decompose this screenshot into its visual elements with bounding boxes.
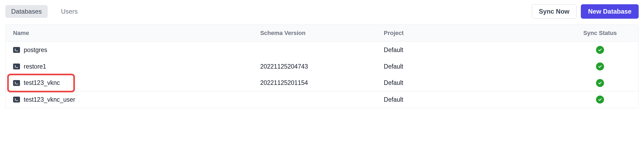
- cell-name: restore1: [13, 63, 260, 70]
- cell-schema: 20221125204743: [260, 63, 384, 70]
- cell-project: Default: [384, 46, 569, 54]
- check-icon: [596, 46, 604, 54]
- terminal-icon: [13, 97, 20, 102]
- cell-project: Default: [384, 79, 569, 86]
- cell-project: Default: [384, 63, 569, 70]
- sync-now-button[interactable]: Sync Now: [532, 4, 577, 19]
- cell-sync: [569, 79, 631, 87]
- table-body: postgresDefaultrestore120221125204743Def…: [6, 42, 638, 108]
- tab-users[interactable]: Users: [55, 5, 84, 18]
- table-row[interactable]: test123_vknc20221125201154Default: [6, 75, 638, 91]
- cell-name: postgres: [13, 46, 260, 54]
- col-sync: Sync Status: [569, 30, 631, 37]
- cell-sync: [569, 96, 631, 104]
- terminal-icon: [13, 80, 20, 86]
- database-name: postgres: [24, 46, 47, 54]
- check-icon: [596, 79, 604, 87]
- check-icon: [596, 96, 604, 104]
- cell-name: test123_vknc: [13, 79, 260, 86]
- terminal-icon: [13, 47, 20, 53]
- new-database-button[interactable]: New Database: [581, 4, 639, 19]
- cell-project: Default: [384, 96, 569, 103]
- table-row[interactable]: test123_vknc_userDefault: [6, 91, 638, 108]
- top-actions: Sync Now New Database: [532, 4, 639, 19]
- databases-table: Name Schema Version Project Sync Status …: [5, 25, 639, 108]
- col-name: Name: [13, 30, 260, 37]
- check-icon: [596, 62, 604, 70]
- cell-schema: 20221125201154: [260, 79, 384, 86]
- cell-sync: [569, 62, 631, 70]
- table-row[interactable]: restore120221125204743Default: [6, 58, 638, 75]
- col-project: Project: [384, 30, 569, 37]
- database-name: test123_vknc_user: [24, 96, 75, 103]
- database-name: test123_vknc: [24, 79, 60, 86]
- terminal-icon: [13, 64, 20, 69]
- cell-sync: [569, 46, 631, 54]
- tabs: Databases Users: [5, 5, 83, 18]
- cell-name: test123_vknc_user: [13, 96, 260, 103]
- database-name: restore1: [24, 63, 46, 70]
- top-bar: Databases Users Sync Now New Database: [5, 4, 639, 19]
- col-schema: Schema Version: [260, 30, 384, 37]
- table-row[interactable]: postgresDefault: [6, 42, 638, 58]
- table-header: Name Schema Version Project Sync Status: [6, 25, 638, 42]
- tab-databases[interactable]: Databases: [5, 5, 48, 18]
